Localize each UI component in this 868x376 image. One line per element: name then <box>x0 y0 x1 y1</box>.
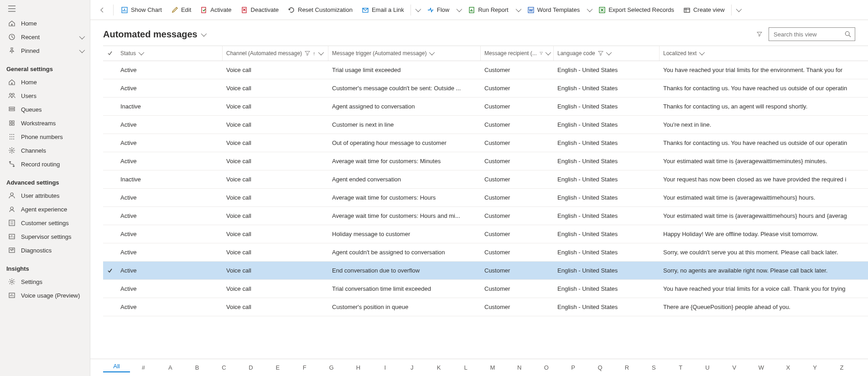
cell-language[interactable]: English - United States <box>554 152 660 170</box>
cell-language[interactable]: English - United States <box>554 170 660 188</box>
cmd-reset-customization[interactable]: Reset Customization <box>283 4 357 16</box>
alpha-g[interactable]: G <box>318 364 345 371</box>
row-checkbox[interactable] <box>103 61 117 79</box>
row-checkbox[interactable] <box>103 116 117 134</box>
cmd-show-chart[interactable]: Show Chart <box>116 4 166 16</box>
table-row[interactable]: ActiveVoice callOut of operating hour me… <box>103 134 868 152</box>
alpha-i[interactable]: I <box>372 364 399 371</box>
nav-recent[interactable]: Recent <box>0 30 90 44</box>
table-row[interactable]: ActiveVoice callEnd conversation due to … <box>103 262 868 280</box>
cmd-run-report[interactable]: Run Report <box>463 4 513 16</box>
cell-localized-text[interactable]: You have reached your trial limits for a… <box>660 280 868 298</box>
nav-home[interactable]: Home <box>0 16 90 30</box>
nav-user-attributes[interactable]: User attributes <box>0 189 90 202</box>
nav-users[interactable]: Users <box>0 89 90 103</box>
table-row[interactable]: ActiveVoice callAgent couldn't be assign… <box>103 243 868 262</box>
alpha-z[interactable]: Z <box>828 364 855 371</box>
alpha-k[interactable]: K <box>426 364 452 371</box>
row-checkbox[interactable] <box>103 134 117 152</box>
col-trigger[interactable]: Message trigger (Automated message) <box>328 46 481 61</box>
alpha-#[interactable]: # <box>130 364 157 371</box>
nav-agent-experience[interactable]: Agent experience <box>0 202 90 216</box>
nav-pinned[interactable]: Pinned <box>0 44 90 57</box>
alpha-b[interactable]: B <box>184 364 211 371</box>
row-checkbox[interactable] <box>103 170 117 188</box>
nav-home[interactable]: Home <box>0 75 90 89</box>
nav-supervisor-settings[interactable]: Supervisor settings <box>0 230 90 243</box>
row-checkbox[interactable] <box>103 189 117 206</box>
alpha-h[interactable]: H <box>345 364 372 371</box>
row-checkbox[interactable] <box>103 152 117 170</box>
nav-channels[interactable]: Channels <box>0 144 90 157</box>
cell-language[interactable]: English - United States <box>554 280 660 298</box>
nav-voice-usage-preview-[interactable]: Voice usage (Preview) <box>0 288 90 302</box>
nav-settings[interactable]: Settings <box>0 275 90 288</box>
select-all-checkbox[interactable] <box>103 46 117 61</box>
cmd-activate[interactable]: Activate <box>196 4 236 16</box>
cell-localized-text[interactable]: Your estimated wait time is {averagewait… <box>660 189 868 206</box>
table-row[interactable]: InactiveVoice callAgent assigned to conv… <box>103 98 868 116</box>
row-checkbox[interactable] <box>103 243 117 261</box>
view-selector[interactable]: Automated messages <box>103 29 205 40</box>
row-checkbox[interactable] <box>103 280 117 298</box>
alpha-o[interactable]: O <box>533 364 560 371</box>
nav-record-routing[interactable]: Record routing <box>0 157 90 171</box>
cell-localized-text[interactable]: Thanks for contacting us. You have reach… <box>660 79 868 97</box>
cmd-chevron[interactable] <box>413 4 422 16</box>
nav-diagnostics[interactable]: Diagnostics <box>0 243 90 257</box>
alpha-a[interactable]: A <box>157 364 184 371</box>
cmd-word-templates[interactable]: Word Templates <box>523 4 584 16</box>
row-checkbox[interactable] <box>103 79 117 97</box>
cell-localized-text[interactable]: You're next in line. <box>660 116 868 134</box>
alpha-n[interactable]: N <box>506 364 533 371</box>
cell-language[interactable]: English - United States <box>554 262 660 279</box>
table-row[interactable]: ActiveVoice callCustomer is next in line… <box>103 116 868 134</box>
cell-localized-text[interactable]: There are {QueuePosition} people ahead o… <box>660 298 868 316</box>
alpha-l[interactable]: L <box>452 364 479 371</box>
alpha-j[interactable]: J <box>399 364 426 371</box>
row-checkbox[interactable] <box>103 225 117 243</box>
cmd-create-view[interactable]: Create view <box>679 4 729 16</box>
cell-language[interactable]: English - United States <box>554 98 660 115</box>
nav-phone-numbers[interactable]: Phone numbers <box>0 130 90 144</box>
alpha-c[interactable]: C <box>211 364 238 371</box>
table-row[interactable]: ActiveVoice callCustomer's position in q… <box>103 298 868 316</box>
table-row[interactable]: InactiveVoice callAgent ended conversati… <box>103 170 868 189</box>
cell-language[interactable]: English - United States <box>554 79 660 97</box>
cmd-edit[interactable]: Edit <box>166 4 196 16</box>
table-row[interactable]: ActiveVoice callTrial usage limit exceed… <box>103 61 868 79</box>
cmd-chevron[interactable] <box>584 4 594 16</box>
table-row[interactable]: ActiveVoice callAverage wait time for cu… <box>103 207 868 225</box>
row-checkbox[interactable] <box>103 207 117 225</box>
nav-workstreams[interactable]: Workstreams <box>0 116 90 130</box>
table-row[interactable]: ActiveVoice callCustomer's message could… <box>103 79 868 98</box>
alpha-u[interactable]: U <box>694 364 721 371</box>
search-box[interactable] <box>769 27 855 41</box>
cmd-export-selected-records[interactable]: Export Selected Records <box>594 4 679 16</box>
cell-localized-text[interactable]: Thanks for contacting us, an agent will … <box>660 98 868 115</box>
hamburger-icon[interactable] <box>0 2 90 16</box>
cell-localized-text[interactable]: You have reached your trial limits for t… <box>660 61 868 79</box>
col-recipient[interactable]: Message recipient (... <box>481 46 554 61</box>
col-language[interactable]: Language code <box>554 46 660 61</box>
cell-localized-text[interactable]: Happy Holiday! We are offline today. Ple… <box>660 225 868 243</box>
alpha-v[interactable]: V <box>721 364 748 371</box>
cell-language[interactable]: English - United States <box>554 243 660 261</box>
col-channel[interactable]: Channel (Automated message) <box>223 46 328 61</box>
alpha-x[interactable]: X <box>774 364 801 371</box>
alpha-r[interactable]: R <box>613 364 640 371</box>
alpha-d[interactable]: D <box>237 364 264 371</box>
cell-localized-text[interactable]: Sorry, we couldn't serve you at this mom… <box>660 243 868 261</box>
cmd-chevron[interactable] <box>733 4 743 16</box>
cell-localized-text[interactable]: Thanks for contacting us. You have reach… <box>660 134 868 152</box>
cell-language[interactable]: English - United States <box>554 134 660 152</box>
back-button[interactable] <box>94 4 110 16</box>
table-row[interactable]: ActiveVoice callAverage wait time for cu… <box>103 189 868 207</box>
alpha-all[interactable]: All <box>103 363 130 372</box>
cell-language[interactable]: English - United States <box>554 225 660 243</box>
col-status[interactable]: Status <box>117 46 223 61</box>
nav-customer-settings[interactable]: Customer settings <box>0 216 90 230</box>
cell-language[interactable]: English - United States <box>554 189 660 206</box>
alpha-p[interactable]: P <box>560 364 587 371</box>
cell-localized-text[interactable]: Sorry, no agents are available right now… <box>660 262 868 279</box>
